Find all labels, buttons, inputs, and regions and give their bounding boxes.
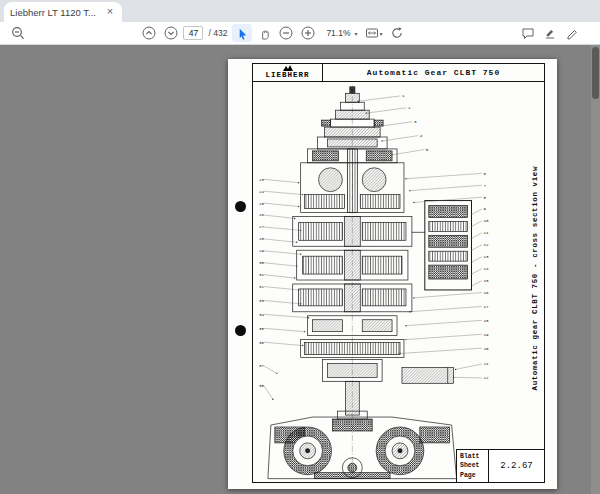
svg-text:7: 7 (483, 184, 486, 188)
svg-text:33: 33 (259, 299, 264, 303)
svg-text:22: 22 (483, 376, 488, 380)
svg-text:26: 26 (259, 213, 264, 217)
browser-tab[interactable]: Liebherr LT 1120 T... × (4, 2, 122, 22)
sheet-number-box: Blatt Sheet Page 2.2.67 (456, 449, 544, 482)
previous-page-icon[interactable] (139, 24, 159, 42)
side-caption: Automatic gear CLBT 750 - cross section … (531, 166, 539, 390)
browser-window: Liebherr LT 1120 T... × 47 / 432 (0, 0, 600, 494)
svg-text:4: 4 (420, 134, 423, 138)
page-count-label: / 432 (208, 28, 227, 38)
gearbox-cross-section-diagram: 1234567891011121314151617181920212223242… (253, 82, 544, 482)
svg-text:25: 25 (259, 202, 264, 206)
svg-text:9: 9 (483, 207, 486, 211)
next-page-icon[interactable] (161, 24, 181, 42)
sheet-label-blatt: Blatt (460, 452, 485, 461)
toolbar-center-group: 47 / 432 71.1% ▾ ▾ (139, 24, 406, 42)
svg-text:28: 28 (259, 237, 264, 241)
svg-text:23: 23 (259, 178, 264, 182)
document-header: LIEBHERR Automatic Gear CLBT 750 (253, 64, 544, 82)
page-title: Automatic Gear CLBT 750 (323, 64, 544, 81)
svg-text:15: 15 (483, 279, 488, 283)
logo-text: LIEBHERR (265, 72, 309, 80)
svg-text:14: 14 (483, 267, 488, 271)
sheet-labels: Blatt Sheet Page (457, 450, 489, 482)
chevron-down-icon: ▾ (354, 30, 357, 37)
zoom-out-icon[interactable] (276, 24, 296, 42)
svg-text:11: 11 (483, 231, 488, 235)
svg-text:21: 21 (483, 362, 488, 366)
punch-hole-top (235, 201, 246, 212)
pdf-toolbar: 47 / 432 71.1% ▾ ▾ (0, 22, 600, 45)
sheet-label-sheet: Sheet (460, 461, 485, 470)
svg-text:31: 31 (259, 273, 264, 277)
svg-text:12: 12 (483, 243, 488, 247)
tab-bar: Liebherr LT 1120 T... × (0, 0, 600, 22)
svg-text:35: 35 (259, 327, 264, 331)
toolbar-right-group (518, 24, 582, 42)
svg-text:6: 6 (483, 172, 486, 176)
svg-text:30: 30 (259, 261, 264, 265)
svg-text:1: 1 (402, 94, 405, 98)
liebherr-logo: LIEBHERR (253, 64, 323, 81)
svg-text:38: 38 (259, 384, 264, 388)
svg-text:29: 29 (259, 249, 264, 253)
search-zoom-icon[interactable] (8, 24, 28, 42)
draw-pen-icon[interactable] (562, 24, 582, 42)
svg-text:2: 2 (408, 106, 411, 110)
svg-text:10: 10 (483, 219, 488, 223)
svg-text:5: 5 (426, 148, 429, 152)
pdf-page: LIEBHERR Automatic Gear CLBT 750 (228, 59, 557, 489)
sheet-label-page: Page (460, 471, 485, 480)
scrollbar-thumb[interactable] (592, 47, 599, 99)
zoom-level-dropdown[interactable]: 71.1% ▾ (320, 24, 360, 42)
svg-text:17: 17 (483, 305, 488, 309)
sheet-page-number: 2.2.67 (489, 450, 544, 482)
tab-close-icon[interactable]: × (104, 6, 116, 18)
svg-text:8: 8 (483, 196, 486, 200)
svg-text:19: 19 (483, 333, 488, 337)
svg-text:3: 3 (414, 120, 417, 124)
svg-text:36: 36 (259, 341, 264, 345)
zoom-in-icon[interactable] (298, 24, 318, 42)
chevron-down-icon: ▾ (380, 30, 383, 37)
svg-text:37: 37 (259, 364, 264, 368)
svg-text:27: 27 (259, 225, 264, 229)
comment-icon[interactable] (518, 24, 538, 42)
zoom-level-value: 71.1% (326, 28, 350, 38)
punch-hole-bottom (235, 325, 246, 336)
fit-page-dropdown[interactable]: ▾ (363, 24, 385, 42)
drawing-frame: LIEBHERR Automatic Gear CLBT 750 (252, 63, 545, 483)
svg-text:20: 20 (483, 347, 488, 351)
svg-text:18: 18 (483, 319, 488, 323)
rotate-page-icon[interactable] (387, 24, 407, 42)
pdf-content-area[interactable]: LIEBHERR Automatic Gear CLBT 750 (0, 45, 600, 494)
page-number-input[interactable]: 47 (183, 26, 203, 40)
tab-title: Liebherr LT 1120 T... (10, 7, 100, 18)
hand-tool-icon[interactable] (254, 24, 274, 42)
svg-text:16: 16 (483, 291, 488, 295)
svg-text:32: 32 (259, 285, 264, 289)
toolbar-left-group (8, 24, 28, 42)
svg-text:13: 13 (483, 255, 488, 259)
select-tool-icon[interactable] (232, 24, 252, 42)
scrollbar[interactable] (591, 45, 600, 494)
svg-text:34: 34 (259, 313, 264, 317)
svg-text:24: 24 (259, 190, 264, 194)
highlight-icon[interactable] (540, 24, 560, 42)
